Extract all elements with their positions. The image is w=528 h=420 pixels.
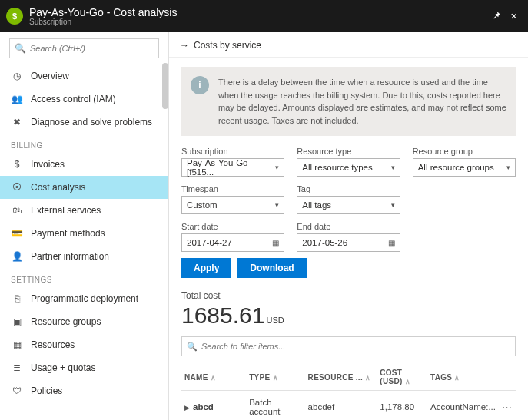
sidebar-item-label: Programmatic deployment xyxy=(31,293,138,304)
col-tags[interactable]: TAGS∧ xyxy=(427,364,499,391)
sort-icon: ∧ xyxy=(273,374,278,382)
sidebar-item-usage-quotas[interactable]: ≣Usage + quotas xyxy=(0,356,168,379)
nav-icon: ▦ xyxy=(11,339,23,351)
item-filter[interactable]: 🔍 xyxy=(181,336,516,356)
nav-icon: 💳 xyxy=(11,227,23,240)
subscription-select[interactable]: Pay-As-You-Go [f515... xyxy=(181,158,284,177)
blade-toolbar: → Costs by service xyxy=(169,32,528,58)
sidebar-item-label: Diagnose and solve problems xyxy=(31,117,152,127)
expand-icon[interactable]: ▶ xyxy=(184,404,190,412)
field-tag: Tag All tags xyxy=(297,184,400,214)
pin-icon[interactable] xyxy=(487,11,506,21)
scrollbar-thumb[interactable] xyxy=(162,63,168,109)
filter-items-input[interactable] xyxy=(201,342,510,351)
page-title: Pay-As-You-Go - Cost analysis xyxy=(29,6,487,18)
nav-icon: ▣ xyxy=(11,316,23,328)
sidebar-item-label: Usage + quotas xyxy=(31,362,95,373)
sidebar-item-label: Payment methods xyxy=(31,228,105,239)
sidebar-item-label: Invoices xyxy=(31,159,65,170)
tag-select[interactable]: All tags xyxy=(297,196,400,214)
row-cost: 1,178.80 xyxy=(377,391,427,421)
nav-icon: ✖ xyxy=(11,116,23,128)
nav-icon: 👥 xyxy=(11,93,23,105)
sidebar-item-label: External services xyxy=(31,205,101,216)
sidebar-item-external-services[interactable]: 🛍External services xyxy=(0,199,168,222)
section-billing: BILLING xyxy=(0,134,168,153)
subscription-icon: $ xyxy=(6,8,23,25)
cost-table: NAME∧ TYPE∧ RESOURCE ...∧ COST (USD)∧ TA… xyxy=(181,364,516,420)
sort-icon: ∧ xyxy=(365,374,370,382)
info-text: There is a delay between the time when a… xyxy=(218,76,506,127)
field-start-date: Start date 2017-04-27▦ xyxy=(181,222,284,252)
sidebar-item-access-control-iam-[interactable]: 👥Access control (IAM) xyxy=(0,88,168,111)
sidebar-item-overview[interactable]: ◷Overview xyxy=(0,64,168,88)
nav-icon: 🛡 xyxy=(11,385,23,397)
sidebar-item-label: Partner information xyxy=(31,251,109,262)
sidebar-item-label: Cost analysis xyxy=(31,182,85,193)
main-content: → Costs by service i There is a delay be… xyxy=(169,32,528,420)
download-button[interactable]: Download xyxy=(237,258,306,278)
row-type: Batch account xyxy=(246,391,304,421)
field-timespan: Timespan Custom xyxy=(181,184,284,214)
col-type[interactable]: TYPE∧ xyxy=(246,364,304,391)
arrow-right-icon: → xyxy=(180,40,189,51)
sort-icon: ∧ xyxy=(454,374,460,382)
row-tags: AccountName:... xyxy=(427,391,499,421)
nav-icon: ⦿ xyxy=(11,181,23,193)
start-date-input[interactable]: 2017-04-27▦ xyxy=(181,233,284,252)
nav-icon: $ xyxy=(11,158,23,170)
nav-icon: ⎘ xyxy=(11,293,23,305)
sidebar-item-invoices[interactable]: $Invoices xyxy=(0,153,168,176)
nav-icon: ≣ xyxy=(11,362,23,374)
sidebar-item-payment-methods[interactable]: 💳Payment methods xyxy=(0,222,168,245)
info-icon: i xyxy=(191,76,209,94)
sidebar-item-programmatic-deployment[interactable]: ⎘Programmatic deployment xyxy=(0,287,168,310)
sidebar-item-label: Access control (IAM) xyxy=(31,94,116,104)
total-cost-value: 1685.61USD xyxy=(181,303,516,329)
resource-group-select[interactable]: All resource groups xyxy=(413,158,516,177)
col-name[interactable]: NAME∧ xyxy=(181,364,246,391)
field-resource-type: Resource type All resource types xyxy=(297,147,400,177)
field-end-date: End date 2017-05-26▦ xyxy=(297,222,400,252)
field-resource-group: Resource group All resource groups xyxy=(413,147,516,177)
calendar-icon: ▦ xyxy=(388,239,395,247)
sort-icon: ∧ xyxy=(405,378,410,385)
sidebar-item-label: Resources xyxy=(31,339,75,350)
row-name: abcd xyxy=(193,402,214,412)
search-input[interactable] xyxy=(30,44,154,53)
resource-type-select[interactable]: All resource types xyxy=(297,158,400,177)
sidebar-search[interactable]: 🔍 xyxy=(9,38,159,58)
row-menu-icon[interactable]: ⋯ xyxy=(502,402,513,413)
page-subtitle: Subscription xyxy=(29,18,487,26)
nav-icon: 👤 xyxy=(11,250,23,263)
info-banner: i There is a delay between the time when… xyxy=(181,67,516,136)
row-resource: abcdef xyxy=(305,391,377,421)
end-date-input[interactable]: 2017-05-26▦ xyxy=(297,233,400,252)
field-subscription: Subscription Pay-As-You-Go [f515... xyxy=(181,147,284,177)
calendar-icon: ▦ xyxy=(272,239,279,247)
blade-header: $ Pay-As-You-Go - Cost analysis Subscrip… xyxy=(0,0,528,32)
timespan-select[interactable]: Custom xyxy=(181,196,284,214)
close-icon[interactable]: ✕ xyxy=(506,12,522,21)
sidebar-item-diagnose-and-solve-problems[interactable]: ✖Diagnose and solve problems xyxy=(0,111,168,134)
search-icon: 🔍 xyxy=(15,43,26,54)
sidebar-item-label: Overview xyxy=(31,71,69,81)
section-settings: SETTINGS xyxy=(0,268,168,287)
sidebar-item-resources[interactable]: ▦Resources xyxy=(0,333,168,356)
total-cost-label: Total cost xyxy=(181,290,516,301)
sidebar-item-resource-groups[interactable]: ▣Resource groups xyxy=(0,310,168,333)
sidebar: 🔍 ◷Overview👥Access control (IAM)✖Diagnos… xyxy=(0,32,169,420)
sidebar-item-policies[interactable]: 🛡Policies xyxy=(0,379,168,402)
sort-icon: ∧ xyxy=(211,374,216,382)
nav-icon: 🛍 xyxy=(11,204,23,217)
blade-title: Costs by service xyxy=(194,40,261,51)
col-cost[interactable]: COST (USD)∧ xyxy=(377,364,427,391)
sidebar-item-partner-information[interactable]: 👤Partner information xyxy=(0,245,168,268)
apply-button[interactable]: Apply xyxy=(181,258,231,278)
sidebar-item-label: Resource groups xyxy=(31,316,101,327)
col-resource[interactable]: RESOURCE ...∧ xyxy=(305,364,377,391)
search-icon: 🔍 xyxy=(187,342,198,352)
sidebar-item-cost-analysis[interactable]: ⦿Cost analysis xyxy=(0,176,168,199)
nav-icon: ◷ xyxy=(11,70,23,82)
table-row[interactable]: ▶abcdBatch accountabcdef1,178.80AccountN… xyxy=(181,391,516,421)
